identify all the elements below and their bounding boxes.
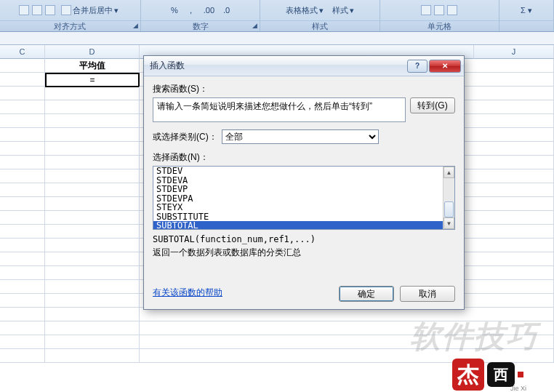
ribbon-body: % ， .00 .0 [141, 0, 260, 20]
cell[interactable] [45, 197, 140, 211]
cell[interactable] [45, 100, 140, 114]
cell[interactable] [0, 294, 45, 308]
dialog-launcher-icon[interactable]: ◢ [133, 22, 138, 29]
dialog-titlebar[interactable]: 插入函数 ? ✕ [144, 56, 464, 76]
cell-d-header[interactable]: 平均值 [45, 59, 140, 73]
cell[interactable] [0, 87, 45, 100]
cell[interactable] [0, 100, 45, 114]
function-item[interactable]: STDEV [153, 167, 443, 176]
ribbon-group-cells: 单元格 [380, 0, 499, 31]
cell[interactable] [0, 349, 45, 363]
help-link[interactable]: 有关该函数的帮助 [153, 287, 222, 299]
increase-decimal-button[interactable]: .00 [201, 4, 217, 16]
cell[interactable] [45, 321, 140, 335]
cell[interactable] [45, 252, 140, 266]
function-item[interactable]: STDEVPA [153, 194, 443, 204]
category-select[interactable]: 全部 [222, 129, 379, 144]
scroll-up-icon[interactable]: ▲ [443, 167, 454, 178]
ribbon-label-cells: 单元格 [380, 20, 499, 31]
table-format-button[interactable]: 表格格式 ▾ [283, 4, 326, 17]
function-item[interactable]: STDEVA [153, 176, 443, 185]
watermark-text: 软件技巧 [410, 316, 538, 357]
cell[interactable] [0, 156, 45, 169]
cell[interactable] [0, 239, 45, 252]
active-cell[interactable]: = [45, 73, 140, 87]
cell[interactable] [45, 308, 140, 321]
stamp: 杰 西 Jie Xi [452, 359, 523, 391]
cell[interactable] [45, 266, 140, 280]
cell[interactable] [45, 211, 140, 225]
ok-button[interactable]: 确定 [339, 286, 394, 302]
cell[interactable] [45, 349, 140, 363]
cell[interactable] [45, 294, 140, 308]
cell[interactable] [0, 280, 45, 294]
select-function-label: 选择函数(N)： [153, 151, 455, 164]
help-button[interactable]: ? [407, 60, 427, 73]
align-icon[interactable] [19, 5, 29, 15]
dialog-launcher-icon[interactable]: ◢ [252, 22, 257, 29]
search-input[interactable]: 请输入一条简短说明来描述您想做什么，然后单击“转到” [153, 97, 406, 122]
close-button[interactable]: ✕ [429, 60, 461, 73]
function-item[interactable]: STDEVP [153, 185, 443, 194]
cancel-button[interactable]: 取消 [400, 286, 455, 302]
align-icon[interactable] [45, 5, 55, 15]
insert-function-dialog: 插入函数 ? ✕ 搜索函数(S)： 请输入一条简短说明来描述您想做什么，然后单击… [143, 55, 465, 310]
cell[interactable] [0, 183, 45, 197]
comma-button[interactable]: ， [184, 4, 198, 17]
cell[interactable] [0, 308, 45, 321]
cell[interactable] [45, 156, 140, 169]
cell[interactable] [0, 73, 45, 87]
stamp-red: 杰 [452, 359, 484, 391]
cell[interactable] [45, 239, 140, 252]
category-label: 或选择类别(C)： [153, 131, 217, 143]
cell[interactable] [0, 59, 45, 73]
cell[interactable] [45, 225, 140, 239]
cell[interactable] [0, 252, 45, 266]
cell[interactable] [0, 321, 45, 335]
cell[interactable] [0, 142, 45, 156]
dialog-title: 插入函数 [150, 60, 185, 72]
search-label: 搜索函数(S)： [153, 83, 455, 95]
function-item[interactable]: STEYX [153, 203, 443, 212]
function-listbox[interactable]: STDEVSTDEVASTDEVPSTDEVPASTEYXSUBSTITUTES… [153, 166, 455, 230]
cell[interactable] [45, 169, 140, 183]
col-header-c[interactable]: C [0, 45, 45, 59]
function-item[interactable]: SUBTOTAL [153, 221, 443, 230]
decrease-decimal-button[interactable]: .0 [220, 4, 233, 16]
merge-icon [61, 5, 71, 15]
cell[interactable] [45, 280, 140, 294]
cell[interactable] [45, 128, 140, 142]
cell[interactable] [0, 114, 45, 128]
percent-button[interactable]: % [168, 4, 181, 16]
delete-icon[interactable] [434, 5, 444, 15]
format-icon[interactable] [447, 5, 457, 15]
cell[interactable] [0, 335, 45, 349]
cell[interactable] [45, 114, 140, 128]
cell[interactable] [0, 197, 45, 211]
cell[interactable] [0, 266, 45, 280]
col-header-j[interactable]: J [474, 45, 554, 59]
cell[interactable] [0, 225, 45, 239]
align-icon[interactable] [32, 5, 42, 15]
scroll-down-icon[interactable]: ▼ [443, 217, 454, 229]
scroll-thumb[interactable] [444, 201, 454, 217]
cell[interactable] [45, 183, 140, 197]
autosum-button[interactable]: Σ ▾ [518, 4, 535, 17]
insert-icon[interactable] [421, 5, 431, 15]
ribbon-group-editing: Σ ▾ [499, 0, 554, 31]
formula-bar[interactable] [0, 32, 554, 45]
col-header-d[interactable]: D [45, 45, 140, 59]
cell[interactable] [0, 128, 45, 142]
merge-center-button[interactable]: 合并后居中 ▾ [58, 4, 121, 17]
merge-label: 合并后居中 [73, 5, 113, 16]
ribbon-label-styles: 样式 [260, 20, 379, 31]
cell[interactable] [45, 335, 140, 349]
cell-styles-button[interactable]: 样式 ▾ [329, 4, 357, 17]
cell[interactable] [45, 142, 140, 156]
scrollbar[interactable]: ▲ ▼ [443, 167, 454, 229]
cell[interactable] [45, 87, 140, 100]
function-signature: SUBTOTAL(function_num,ref1,...) [153, 234, 455, 244]
cell[interactable] [0, 169, 45, 183]
cell[interactable] [0, 211, 45, 225]
go-button[interactable]: 转到(G) [410, 97, 455, 113]
